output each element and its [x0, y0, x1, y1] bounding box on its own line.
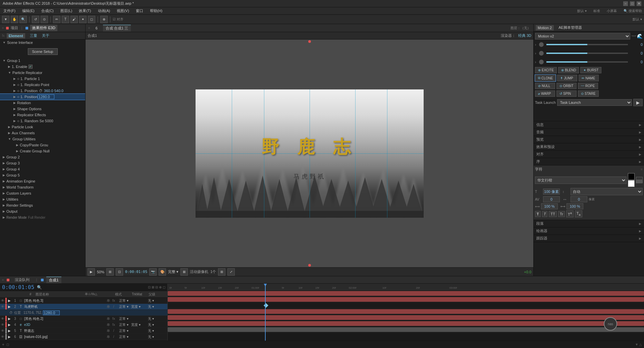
l5-expand[interactable]: ▶: [7, 329, 12, 333]
grid-btn[interactable]: ⊞: [106, 268, 114, 276]
jump-button[interactable]: ↟ JUMP: [557, 75, 577, 81]
l3-switch1[interactable]: 单: [106, 317, 111, 321]
l5-mode[interactable]: 正常 ▾: [116, 329, 131, 333]
burst-button[interactable]: ✦ BURST: [580, 67, 601, 73]
hand-tool[interactable]: ✋: [11, 16, 18, 23]
x-axis-dot[interactable]: [539, 42, 544, 47]
channel-btn[interactable]: ⊠: [180, 268, 188, 276]
group1-item[interactable]: ▼ Group 1: [0, 58, 85, 64]
blend-button[interactable]: ⊗ BLEND: [558, 67, 579, 73]
zoom-display[interactable]: 50%: [97, 270, 104, 274]
render-settings-item[interactable]: ▶ Render Settings: [0, 202, 85, 208]
sub-btn[interactable]: Ta: [575, 210, 582, 217]
rope-button[interactable]: 〰 ROPE: [578, 83, 598, 89]
l3-fx[interactable]: fx: [111, 317, 116, 321]
brush-tool[interactable]: 🖌: [70, 16, 78, 23]
quality-label[interactable]: 完整 ▾: [168, 269, 178, 274]
l2-switch1[interactable]: 单: [106, 304, 111, 309]
tl-tool1[interactable]: ⊡: [148, 285, 151, 289]
l6-switch1[interactable]: 单: [106, 335, 111, 339]
tl-tool3[interactable]: ⊟: [155, 285, 158, 289]
group3-item[interactable]: ▶ Group 3: [0, 160, 85, 166]
particle-replicator-item[interactable]: ▼ Particle Replicator: [0, 70, 85, 76]
sub-val-highlight[interactable]: 1280.0: [43, 310, 60, 315]
z-slider[interactable]: [546, 61, 628, 63]
bold-btn[interactable]: T: [535, 211, 541, 217]
info-panel-item[interactable]: 信息 ▶: [534, 121, 644, 129]
replicator-item[interactable]: ▶ ○ 1. Replicato Point: [0, 82, 85, 88]
ec-tab2[interactable]: 关于: [42, 33, 49, 38]
menu-layer[interactable]: 图层(L): [59, 8, 73, 14]
motion2-tab[interactable]: Motion 2: [536, 25, 554, 30]
enable-checkbox[interactable]: [29, 65, 33, 69]
aux-channels-item[interactable]: ▶ Aux Channels: [0, 130, 85, 136]
close-button[interactable]: ✕: [637, 1, 641, 6]
view-options-btn[interactable]: ⊞: [218, 268, 225, 276]
select-tool[interactable]: ▼: [2, 16, 9, 23]
motion-version-select[interactable]: Motion v2: [535, 33, 630, 40]
pen-tool[interactable]: ✏: [53, 16, 60, 23]
l3-expand[interactable]: ▶: [7, 317, 12, 321]
scale-h-field[interactable]: [541, 203, 558, 209]
animation-engine-item[interactable]: ▶ Animation Engine: [0, 178, 85, 184]
l1-switch1[interactable]: 单: [106, 298, 111, 303]
l1-eye[interactable]: 👁: [0, 299, 5, 302]
scene-setup-button[interactable]: Scene Setup: [28, 48, 58, 55]
comp1-tab[interactable]: 合成1: [46, 277, 61, 283]
view-count[interactable]: 1个: [210, 269, 216, 274]
rotate-tool[interactable]: ↺: [32, 16, 39, 23]
effects-presets-panel-item[interactable]: 效果和预设 ▶: [534, 143, 644, 151]
stare-button[interactable]: ⊙ STARE: [578, 90, 599, 97]
group4-item[interactable]: ▶ Group 4: [0, 166, 85, 172]
color-swatch-extra2[interactable]: [636, 180, 643, 183]
particle1-item[interactable]: ▶ ○ 1. Particle 1: [0, 76, 85, 82]
play-pause-btn[interactable]: ▶: [88, 268, 95, 276]
l4-expand[interactable]: ▶: [7, 323, 12, 327]
minimize-button[interactable]: －: [623, 1, 628, 6]
menu-animate[interactable]: 动画(A): [97, 8, 112, 14]
menu-comp[interactable]: 合成(C): [40, 8, 55, 14]
enable-item[interactable]: ▶ 1. Enable: [0, 64, 85, 70]
timeline-timecode[interactable]: 0:00:01:05: [2, 284, 34, 290]
effect-controls-tab[interactable]: 效果控件 E3D: [30, 25, 57, 31]
position-highlighted-item[interactable]: ▶ ○ 1. Position 1280.0: [0, 94, 85, 100]
text-tool[interactable]: T: [62, 16, 69, 23]
font-size-field[interactable]: [543, 189, 560, 195]
tl-tool4[interactable]: ⊕: [159, 285, 162, 289]
expand-btn[interactable]: ⤢: [227, 268, 235, 276]
position-highlighted-val[interactable]: 1280.0: [38, 94, 54, 99]
l6-eye[interactable]: 👁: [0, 335, 5, 339]
l5-switch1[interactable]: 单: [106, 329, 111, 333]
kerning-field[interactable]: [571, 196, 587, 202]
rotation-item[interactable]: ▶ Rotation: [0, 100, 85, 106]
eraser-tool[interactable]: ◻: [88, 16, 95, 23]
output-item[interactable]: ▶ Output: [0, 208, 85, 214]
layer-row-5[interactable]: 👁 ▶ 5 T 野鹿志 单 / 正常 ▾ 无 ▾: [0, 328, 167, 334]
l4-mode[interactable]: 正常 ▾: [116, 323, 131, 327]
l6-expand[interactable]: ▶: [7, 335, 12, 339]
l1-expand[interactable]: ▶: [7, 299, 12, 302]
shape-options-item[interactable]: ▶ Shape Options: [0, 106, 85, 112]
warp-button[interactable]: ⌀ WARP: [535, 90, 555, 97]
utilities-item[interactable]: ▶ Utilities: [0, 196, 85, 202]
layer-row-6[interactable]: 👁 ▶ 6 🖼 [nature-016.jpg] 单 / 正常 ▾ 无 ▾: [0, 334, 167, 340]
task-launch-run-btn[interactable]: ▶: [633, 99, 643, 106]
copy-paste-item[interactable]: ▶ Copy/Paste Grou: [0, 142, 85, 148]
viewer-menu-icon[interactable]: ≡: [88, 26, 90, 30]
maximize-button[interactable]: □: [630, 1, 635, 6]
puppet-tool[interactable]: ⊕: [100, 16, 108, 23]
l4-eye[interactable]: 👁: [0, 323, 5, 327]
color-btn[interactable]: 🎨: [159, 268, 166, 276]
tracker-panel-item[interactable]: 跟踪器 ▶: [534, 235, 644, 242]
tl-tool5[interactable]: ◻: [163, 285, 165, 289]
x-slider[interactable]: [546, 44, 628, 45]
scene-interface-item[interactable]: ▼ Scene Interface: [0, 40, 85, 46]
color-swatch-extra1[interactable]: [636, 177, 643, 180]
safety-btn[interactable]: ⊡: [116, 268, 123, 276]
l2-mode[interactable]: 正常 ▾: [116, 304, 131, 309]
l1-fx[interactable]: fx: [111, 299, 116, 302]
italic-btn[interactable]: T: [542, 211, 548, 217]
small-caps-btn[interactable]: Tr: [558, 211, 565, 217]
clone-stamp[interactable]: ✦: [79, 16, 87, 23]
l4-fx[interactable]: fx: [111, 323, 116, 327]
